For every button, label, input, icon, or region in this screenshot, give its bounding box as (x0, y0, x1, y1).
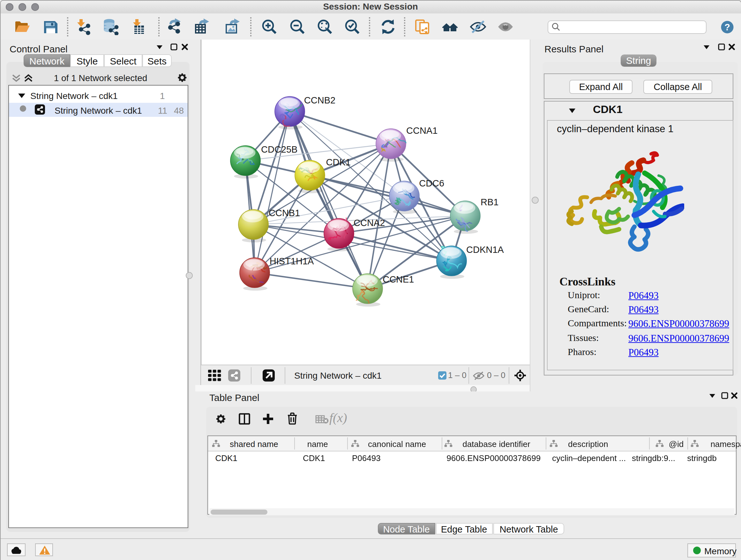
svg-text:CCNB1: CCNB1 (269, 208, 300, 218)
svg-text:CCNA2: CCNA2 (354, 218, 385, 228)
svg-text:CDC6: CDC6 (419, 178, 444, 188)
svg-text:CCNA1: CCNA1 (406, 125, 437, 136)
svg-text:CDK1: CDK1 (326, 157, 351, 167)
svg-text:CDC25B: CDC25B (261, 144, 297, 154)
svg-text:CCNE1: CCNE1 (383, 274, 414, 285)
svg-text:CDKN1A: CDKN1A (466, 245, 504, 255)
svg-text:CCNB2: CCNB2 (304, 95, 335, 105)
svg-text:HIST1H1A: HIST1H1A (270, 256, 314, 266)
svg-text:?: ? (724, 22, 730, 32)
svg-text:RB1: RB1 (481, 197, 498, 207)
